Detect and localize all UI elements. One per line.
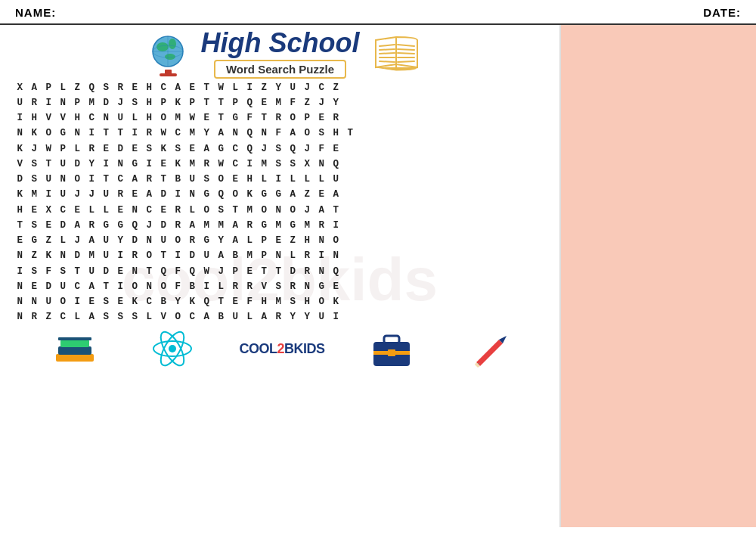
grid-cell: J — [301, 80, 315, 95]
grid-cell: L — [301, 172, 315, 187]
grid-cell: E — [28, 203, 42, 218]
grid-cell: H — [301, 294, 315, 309]
grid-cell: I — [272, 172, 287, 187]
grid-cell: L — [287, 172, 301, 187]
grid-cell: I — [71, 294, 85, 309]
grid-cell: L — [229, 80, 243, 95]
grid-cell: S — [172, 141, 186, 157]
grid-cell: O — [143, 248, 157, 263]
grid-cell: U — [42, 172, 57, 187]
grid-cell: O — [200, 203, 215, 218]
name-label: NAME: — [15, 6, 56, 19]
grid-cell: L — [243, 309, 258, 324]
grid-cell: A — [143, 187, 157, 202]
grid-cell: B — [157, 294, 172, 309]
grid-cell: T — [344, 126, 358, 141]
grid-cell: L — [100, 203, 114, 218]
grid-cell: A — [28, 80, 42, 95]
grid-cell: R — [143, 172, 157, 187]
svg-marker-32 — [476, 340, 503, 366]
grid-cell: J — [114, 95, 129, 110]
grid-cell: E — [129, 141, 143, 157]
grid-row: NNUOIESEKCBYKQTEFHMSHOK — [14, 294, 553, 309]
grid-cell: C — [229, 141, 243, 157]
grid-cell: I — [100, 157, 114, 172]
grid-cell: H — [301, 233, 315, 248]
grid-cell: J — [71, 187, 85, 202]
grid-cell: G — [272, 187, 287, 202]
grid-cell: D — [14, 172, 28, 187]
bottom-icons: COOL2BKIDS — [11, 328, 553, 370]
grid-cell: A — [330, 187, 344, 202]
grid-cell: W — [42, 141, 57, 157]
grid-cell: R — [272, 309, 287, 324]
grid-cell: P — [258, 233, 272, 248]
grid-cell: J — [315, 95, 330, 110]
grid-cell: J — [258, 141, 272, 157]
grid-cell: H — [28, 110, 42, 126]
grid-cell: S — [143, 141, 157, 157]
grid-row: URINPMDJSHPKPTTPQEMFZJY — [14, 95, 553, 110]
grid-cell: A — [229, 233, 243, 248]
grid-cell: S — [287, 294, 301, 309]
grid-cell: N — [272, 248, 287, 263]
grid-cell: B — [229, 248, 243, 263]
grid-row: NKOGNITTIRWCMYANQNFAOSHT — [14, 126, 553, 141]
grid-cell: H — [14, 203, 28, 218]
grid-cell: H — [143, 95, 157, 110]
grid-cell: U — [200, 248, 215, 263]
grid-cell: C — [229, 157, 243, 172]
grid-cell: A — [85, 309, 100, 324]
date-label: DATE: — [703, 6, 741, 19]
grid-cell: E — [243, 264, 258, 279]
grid-cell: P — [301, 110, 315, 126]
grid-cell: L — [71, 309, 85, 324]
brand-bkids: BKIDS — [284, 341, 325, 356]
grid-cell: H — [330, 126, 344, 141]
svg-point-4 — [169, 39, 176, 49]
grid-cell: O — [229, 187, 243, 202]
grid-cell: K — [186, 294, 200, 309]
grid-row: IHVVHCNULHOMWETGFTROPER — [14, 110, 553, 126]
grid-cell: O — [57, 294, 71, 309]
grid-cell: K — [129, 294, 143, 309]
grid-cell: E — [114, 294, 129, 309]
grid-cell: G — [215, 141, 229, 157]
grid-cell: N — [315, 264, 330, 279]
grid-cell: E — [186, 141, 200, 157]
grid-cell: Z — [301, 187, 315, 202]
grid-cell: R — [315, 218, 330, 233]
grid-cell: W — [157, 126, 172, 141]
grid-cell: J — [28, 141, 42, 157]
grid-cell: L — [85, 203, 100, 218]
grid-cell: N — [100, 110, 114, 126]
grid-cell: I — [14, 110, 28, 126]
grid-cell: M — [243, 248, 258, 263]
grid-cell: T — [258, 264, 272, 279]
grid-cell: N — [28, 294, 42, 309]
grid-cell: J — [143, 218, 157, 233]
grid-cell: A — [287, 126, 301, 141]
grid-cell: H — [258, 294, 272, 309]
grid-cell: O — [172, 233, 186, 248]
grid-cell: S — [129, 95, 143, 110]
grid-cell: O — [215, 172, 229, 187]
grid-cell: E — [272, 233, 287, 248]
grid-cell: O — [172, 309, 186, 324]
grid-cell: R — [330, 110, 344, 126]
grid-cell: W — [186, 110, 200, 126]
grid-cell: U — [57, 187, 71, 202]
grid-cell: T — [100, 126, 114, 141]
grid-cell: I — [85, 172, 100, 187]
word-search-grid: XAPLZQSREHCAETWLIZYUJCZURINPMDJSHPKPTTPQ… — [14, 80, 553, 325]
grid-cell: J — [71, 233, 85, 248]
grid-cell: L — [57, 80, 71, 95]
grid-cell: D — [129, 233, 143, 248]
grid-cell: F — [172, 279, 186, 294]
grid-cell: G — [258, 218, 272, 233]
grid-cell: U — [229, 309, 243, 324]
svg-rect-31 — [388, 349, 395, 356]
grid-cell: I — [114, 248, 129, 263]
grid-cell: A — [287, 187, 301, 202]
grid-cell: V — [42, 110, 57, 126]
